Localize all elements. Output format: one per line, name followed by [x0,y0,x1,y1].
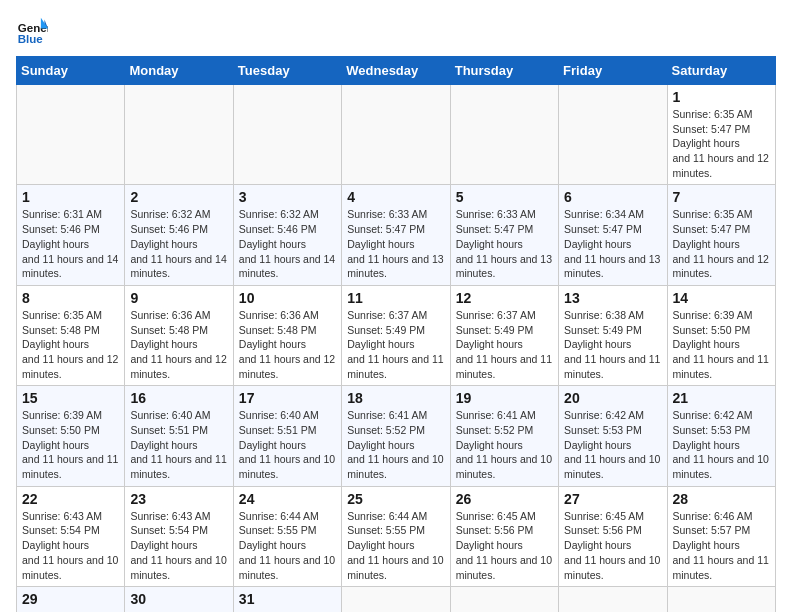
day-number: 7 [673,189,770,205]
calendar-cell: 8 Sunrise: 6:35 AM Sunset: 5:48 PM Dayli… [17,285,125,385]
day-number: 14 [673,290,770,306]
calendar-cell: 31 Sunrise: 6:47 AM Sunset: 5:58 PM Dayl… [233,587,341,612]
calendar-week-2: 1 Sunrise: 6:31 AM Sunset: 5:46 PM Dayli… [17,185,776,285]
page-header: General Blue [16,16,776,48]
day-info: Sunrise: 6:35 AM Sunset: 5:47 PM Dayligh… [673,107,770,180]
calendar-cell: 17 Sunrise: 6:40 AM Sunset: 5:51 PM Dayl… [233,386,341,486]
day-info: Sunrise: 6:41 AM Sunset: 5:52 PM Dayligh… [347,408,444,481]
day-info: Sunrise: 6:35 AM Sunset: 5:47 PM Dayligh… [673,207,770,280]
day-info: Sunrise: 6:36 AM Sunset: 5:48 PM Dayligh… [239,308,336,381]
day-number: 10 [239,290,336,306]
calendar-week-5: 22 Sunrise: 6:43 AM Sunset: 5:54 PM Dayl… [17,486,776,586]
day-number: 19 [456,390,553,406]
day-info: Sunrise: 6:38 AM Sunset: 5:49 PM Dayligh… [564,308,661,381]
calendar-cell: 6 Sunrise: 6:34 AM Sunset: 5:47 PM Dayli… [559,185,667,285]
calendar-cell: 15 Sunrise: 6:39 AM Sunset: 5:50 PM Dayl… [17,386,125,486]
calendar-cell: 24 Sunrise: 6:44 AM Sunset: 5:55 PM Dayl… [233,486,341,586]
day-number: 2 [130,189,227,205]
day-number: 3 [239,189,336,205]
logo-icon: General Blue [16,16,48,48]
calendar-cell: 27 Sunrise: 6:45 AM Sunset: 5:56 PM Dayl… [559,486,667,586]
day-info: Sunrise: 6:37 AM Sunset: 5:49 PM Dayligh… [456,308,553,381]
day-number: 20 [564,390,661,406]
calendar-cell: 23 Sunrise: 6:43 AM Sunset: 5:54 PM Dayl… [125,486,233,586]
calendar-cell [233,85,341,185]
calendar-cell: 19 Sunrise: 6:41 AM Sunset: 5:52 PM Dayl… [450,386,558,486]
day-info: Sunrise: 6:46 AM Sunset: 5:57 PM Dayligh… [673,509,770,582]
calendar-cell: 22 Sunrise: 6:43 AM Sunset: 5:54 PM Dayl… [17,486,125,586]
calendar-cell: 25 Sunrise: 6:44 AM Sunset: 5:55 PM Dayl… [342,486,450,586]
day-number: 9 [130,290,227,306]
calendar-dow-friday: Friday [559,57,667,85]
calendar-cell [450,587,558,612]
calendar-week-4: 15 Sunrise: 6:39 AM Sunset: 5:50 PM Dayl… [17,386,776,486]
calendar-cell: 28 Sunrise: 6:46 AM Sunset: 5:57 PM Dayl… [667,486,775,586]
calendar-cell: 13 Sunrise: 6:38 AM Sunset: 5:49 PM Dayl… [559,285,667,385]
calendar-cell: 21 Sunrise: 6:42 AM Sunset: 5:53 PM Dayl… [667,386,775,486]
day-number: 23 [130,491,227,507]
day-info: Sunrise: 6:32 AM Sunset: 5:46 PM Dayligh… [239,207,336,280]
day-number: 4 [347,189,444,205]
calendar-cell: 1 Sunrise: 6:31 AM Sunset: 5:46 PM Dayli… [17,185,125,285]
day-number: 24 [239,491,336,507]
day-info: Sunrise: 6:43 AM Sunset: 5:54 PM Dayligh… [22,509,119,582]
day-number: 11 [347,290,444,306]
svg-text:Blue: Blue [18,33,44,45]
day-info: Sunrise: 6:32 AM Sunset: 5:46 PM Dayligh… [130,207,227,280]
calendar-cell [559,587,667,612]
day-info: Sunrise: 6:44 AM Sunset: 5:55 PM Dayligh… [347,509,444,582]
calendar-dow-thursday: Thursday [450,57,558,85]
calendar-dow-saturday: Saturday [667,57,775,85]
day-number: 13 [564,290,661,306]
day-number: 1 [22,189,119,205]
day-number: 12 [456,290,553,306]
day-number: 18 [347,390,444,406]
day-info: Sunrise: 6:37 AM Sunset: 5:49 PM Dayligh… [347,308,444,381]
calendar-cell: 14 Sunrise: 6:39 AM Sunset: 5:50 PM Dayl… [667,285,775,385]
calendar-cell: 2 Sunrise: 6:32 AM Sunset: 5:46 PM Dayli… [125,185,233,285]
day-info: Sunrise: 6:39 AM Sunset: 5:50 PM Dayligh… [22,408,119,481]
day-number: 17 [239,390,336,406]
calendar-cell [125,85,233,185]
calendar-cell: 1 Sunrise: 6:35 AM Sunset: 5:47 PM Dayli… [667,85,775,185]
calendar-cell: 11 Sunrise: 6:37 AM Sunset: 5:49 PM Dayl… [342,285,450,385]
day-info: Sunrise: 6:43 AM Sunset: 5:54 PM Dayligh… [130,509,227,582]
day-info: Sunrise: 6:44 AM Sunset: 5:55 PM Dayligh… [239,509,336,582]
calendar-cell [342,85,450,185]
calendar-cell: 12 Sunrise: 6:37 AM Sunset: 5:49 PM Dayl… [450,285,558,385]
calendar-cell: 29 Sunrise: 6:46 AM Sunset: 5:57 PM Dayl… [17,587,125,612]
calendar-week-1: 1 Sunrise: 6:35 AM Sunset: 5:47 PM Dayli… [17,85,776,185]
calendar-cell: 20 Sunrise: 6:42 AM Sunset: 5:53 PM Dayl… [559,386,667,486]
day-number: 28 [673,491,770,507]
day-number: 16 [130,390,227,406]
day-info: Sunrise: 6:45 AM Sunset: 5:56 PM Dayligh… [564,509,661,582]
day-info: Sunrise: 6:41 AM Sunset: 5:52 PM Dayligh… [456,408,553,481]
calendar-table: SundayMondayTuesdayWednesdayThursdayFrid… [16,56,776,612]
calendar-cell [450,85,558,185]
calendar-cell [667,587,775,612]
day-info: Sunrise: 6:31 AM Sunset: 5:46 PM Dayligh… [22,207,119,280]
day-info: Sunrise: 6:34 AM Sunset: 5:47 PM Dayligh… [564,207,661,280]
day-number: 30 [130,591,227,607]
day-info: Sunrise: 6:33 AM Sunset: 5:47 PM Dayligh… [347,207,444,280]
calendar-body: 1 Sunrise: 6:35 AM Sunset: 5:47 PM Dayli… [17,85,776,613]
calendar-dow-sunday: Sunday [17,57,125,85]
day-number: 5 [456,189,553,205]
calendar-cell: 3 Sunrise: 6:32 AM Sunset: 5:46 PM Dayli… [233,185,341,285]
calendar-cell: 9 Sunrise: 6:36 AM Sunset: 5:48 PM Dayli… [125,285,233,385]
day-number: 31 [239,591,336,607]
day-number: 29 [22,591,119,607]
calendar-cell [559,85,667,185]
day-number: 22 [22,491,119,507]
calendar-cell: 5 Sunrise: 6:33 AM Sunset: 5:47 PM Dayli… [450,185,558,285]
day-info: Sunrise: 6:35 AM Sunset: 5:48 PM Dayligh… [22,308,119,381]
day-info: Sunrise: 6:39 AM Sunset: 5:50 PM Dayligh… [673,308,770,381]
calendar-dow-wednesday: Wednesday [342,57,450,85]
calendar-dow-monday: Monday [125,57,233,85]
calendar-cell: 26 Sunrise: 6:45 AM Sunset: 5:56 PM Dayl… [450,486,558,586]
day-number: 25 [347,491,444,507]
day-number: 21 [673,390,770,406]
day-info: Sunrise: 6:45 AM Sunset: 5:56 PM Dayligh… [456,509,553,582]
calendar-cell: 18 Sunrise: 6:41 AM Sunset: 5:52 PM Dayl… [342,386,450,486]
day-number: 6 [564,189,661,205]
